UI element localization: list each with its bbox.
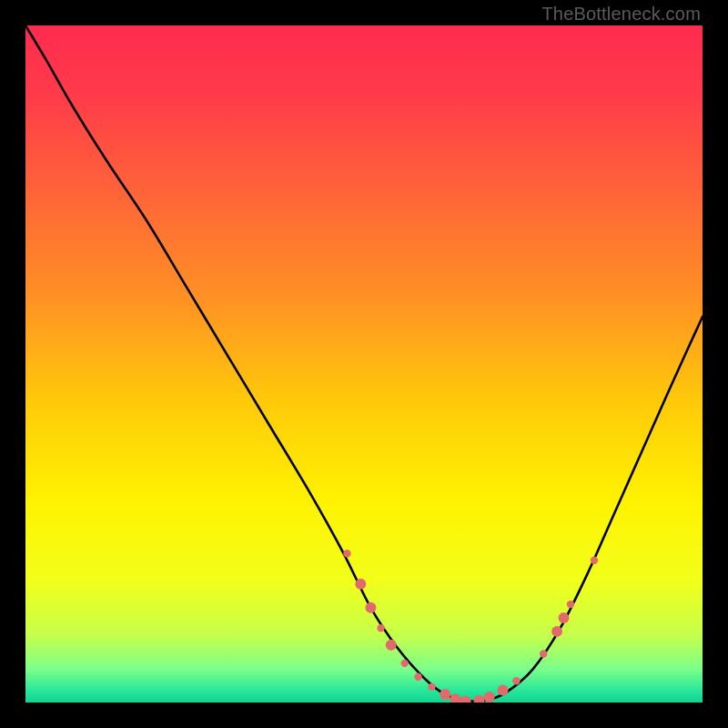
data-marker bbox=[414, 673, 421, 681]
data-marker bbox=[567, 601, 574, 608]
data-marker bbox=[484, 692, 495, 703]
data-marker bbox=[365, 602, 376, 613]
gradient-background bbox=[25, 25, 703, 703]
chart-container: TheBottleneck.com bbox=[0, 0, 728, 728]
data-marker bbox=[558, 612, 569, 623]
data-marker bbox=[400, 660, 408, 667]
data-marker bbox=[591, 557, 598, 564]
data-marker bbox=[428, 683, 435, 691]
data-marker bbox=[540, 650, 547, 657]
data-marker bbox=[386, 640, 397, 651]
data-marker bbox=[551, 626, 562, 637]
data-marker bbox=[343, 550, 350, 557]
data-marker bbox=[498, 685, 509, 696]
watermark-label: TheBottleneck.com bbox=[541, 4, 701, 25]
data-marker bbox=[440, 689, 450, 700]
data-marker bbox=[512, 677, 520, 684]
data-marker bbox=[377, 624, 384, 632]
chart-svg bbox=[25, 25, 703, 703]
plot-area bbox=[25, 25, 703, 703]
data-marker bbox=[355, 579, 366, 590]
